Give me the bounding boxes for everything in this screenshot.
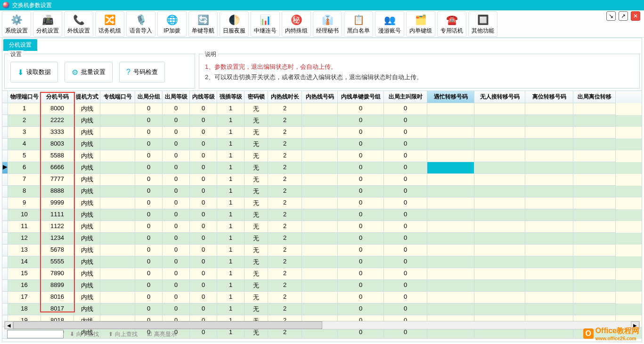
table-cell[interactable] xyxy=(525,303,573,315)
table-cell[interactable]: 0 xyxy=(135,197,163,209)
table-cell[interactable]: 内线 xyxy=(74,245,100,256)
table-cell[interactable] xyxy=(525,197,573,209)
table-cell[interactable]: 3 xyxy=(8,127,41,139)
table-cell[interactable]: 14 xyxy=(8,256,41,268)
table-cell[interactable]: 1 xyxy=(8,103,41,115)
table-cell[interactable]: 3333 xyxy=(41,127,74,139)
table-cell[interactable] xyxy=(100,127,135,139)
table-cell[interactable] xyxy=(525,221,573,233)
table-cell[interactable]: 2 xyxy=(268,303,302,315)
table-cell[interactable]: 0 xyxy=(384,280,427,292)
table-cell[interactable]: 0 xyxy=(338,292,384,303)
table-cell[interactable] xyxy=(302,139,338,150)
table-cell[interactable]: 0 xyxy=(384,209,427,221)
table-cell[interactable]: 0 xyxy=(190,221,217,233)
table-cell[interactable]: 0 xyxy=(190,162,217,174)
table-cell[interactable]: 内线 xyxy=(74,150,100,162)
table-cell[interactable]: 内线 xyxy=(74,221,100,233)
table-cell[interactable] xyxy=(573,245,616,256)
table-cell[interactable]: 0 xyxy=(163,162,190,174)
table-cell[interactable]: 0 xyxy=(384,256,427,268)
table-row[interactable]: 135678内线0001无200 xyxy=(2,245,642,256)
table-cell[interactable]: 无 xyxy=(245,209,268,221)
table-cell[interactable]: 0 xyxy=(163,292,190,303)
table-cell[interactable]: 0 xyxy=(384,127,427,139)
table-cell[interactable] xyxy=(474,245,525,256)
table-cell[interactable]: 5 xyxy=(8,150,41,162)
table-cell[interactable] xyxy=(302,209,338,221)
table-cell[interactable]: 0 xyxy=(384,292,427,303)
table-cell[interactable]: 0 xyxy=(190,209,217,221)
table-cell[interactable] xyxy=(525,245,573,256)
row-header[interactable] xyxy=(2,115,8,127)
table-cell[interactable]: 内线 xyxy=(74,209,100,221)
table-cell[interactable]: 0 xyxy=(338,162,384,174)
table-cell[interactable] xyxy=(100,209,135,221)
table-cell[interactable]: 0 xyxy=(338,256,384,268)
table-cell[interactable]: 0 xyxy=(135,127,163,139)
row-header[interactable] xyxy=(2,280,8,292)
batch-set-button[interactable]: ⚙ 批量设置 xyxy=(65,62,113,82)
row-header[interactable]: ▶ xyxy=(2,162,8,174)
table-cell[interactable] xyxy=(573,256,616,268)
table-cell[interactable]: 1 xyxy=(217,256,245,268)
table-cell[interactable]: 12 xyxy=(8,233,41,245)
table-cell[interactable]: 2 xyxy=(268,268,302,280)
table-cell[interactable]: 0 xyxy=(190,103,217,115)
table-cell[interactable]: 0 xyxy=(338,209,384,221)
table-row[interactable]: 101111内线0001无200 xyxy=(2,209,642,221)
table-cell[interactable]: 0 xyxy=(338,186,384,197)
table-cell[interactable]: 0 xyxy=(135,209,163,221)
table-cell[interactable]: 1 xyxy=(217,233,245,245)
table-cell[interactable]: 2 xyxy=(268,233,302,245)
table-cell[interactable]: 1111 xyxy=(41,209,74,221)
table-cell[interactable] xyxy=(427,303,474,315)
table-cell[interactable]: 无 xyxy=(245,303,268,315)
table-cell[interactable] xyxy=(525,127,573,139)
table-cell[interactable] xyxy=(100,268,135,280)
table-cell[interactable] xyxy=(525,115,573,127)
table-row[interactable]: 33333内线0001无200 xyxy=(2,127,642,139)
table-cell[interactable] xyxy=(573,268,616,280)
table-cell[interactable] xyxy=(427,245,474,256)
table-cell[interactable] xyxy=(302,245,338,256)
table-cell[interactable]: 2 xyxy=(268,150,302,162)
table-cell[interactable] xyxy=(525,292,573,303)
table-cell[interactable]: 内线 xyxy=(74,256,100,268)
table-cell[interactable]: 18 xyxy=(8,303,41,315)
table-cell[interactable] xyxy=(573,139,616,150)
table-cell[interactable]: 0 xyxy=(384,233,427,245)
table-cell[interactable]: 0 xyxy=(338,174,384,186)
table-cell[interactable]: 0 xyxy=(190,186,217,197)
row-header[interactable] xyxy=(2,303,8,315)
table-cell[interactable]: 0 xyxy=(190,197,217,209)
table-cell[interactable] xyxy=(573,292,616,303)
table-cell[interactable]: 无 xyxy=(245,256,268,268)
table-cell[interactable] xyxy=(427,127,474,139)
table-cell[interactable]: 无 xyxy=(245,115,268,127)
table-cell[interactable]: 5678 xyxy=(41,245,74,256)
table-cell[interactable]: 内线 xyxy=(74,292,100,303)
table-cell[interactable] xyxy=(427,268,474,280)
table-cell[interactable]: 0 xyxy=(384,115,427,127)
table-cell[interactable]: 8 xyxy=(8,186,41,197)
table-cell[interactable]: 1 xyxy=(217,292,245,303)
table-cell[interactable] xyxy=(100,197,135,209)
table-cell[interactable] xyxy=(573,162,616,174)
column-header[interactable]: 遇忙转移号码 xyxy=(427,91,474,103)
table-cell[interactable]: 1 xyxy=(217,245,245,256)
table-cell[interactable]: 1 xyxy=(217,103,245,115)
table-cell[interactable]: 0 xyxy=(135,139,163,150)
table-cell[interactable]: 0 xyxy=(384,174,427,186)
table-cell[interactable] xyxy=(573,127,616,139)
table-cell[interactable]: 2 xyxy=(268,280,302,292)
table-cell[interactable] xyxy=(302,292,338,303)
table-cell[interactable] xyxy=(100,115,135,127)
table-cell[interactable]: 0 xyxy=(384,150,427,162)
table-cell[interactable] xyxy=(474,115,525,127)
table-cell[interactable] xyxy=(474,103,525,115)
table-cell[interactable] xyxy=(427,280,474,292)
column-header[interactable]: 内热线号码 xyxy=(302,91,338,103)
table-cell[interactable]: 0 xyxy=(338,221,384,233)
row-header[interactable] xyxy=(2,174,8,186)
